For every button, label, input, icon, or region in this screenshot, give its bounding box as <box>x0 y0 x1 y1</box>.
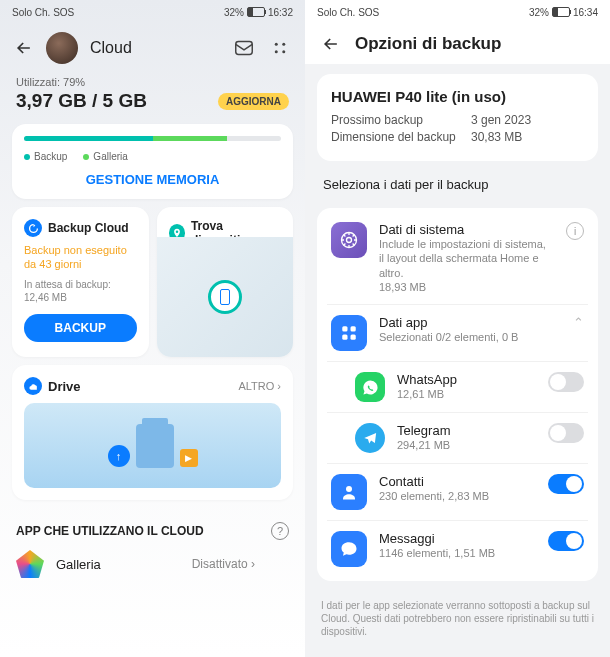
app-name: Galleria <box>56 557 180 572</box>
telegram-icon <box>355 423 385 453</box>
whatsapp-icon <box>355 372 385 402</box>
upload-icon: ↑ <box>108 445 130 467</box>
row-whatsapp[interactable]: WhatsApp 12,61 MB <box>327 361 588 412</box>
avatar[interactable] <box>46 32 78 64</box>
svg-rect-8 <box>351 326 356 331</box>
galleria-icon <box>16 550 44 578</box>
status-bar: Solo Ch. SOS 32% 16:32 <box>0 0 305 24</box>
item-title: WhatsApp <box>397 372 530 387</box>
backup-pending: In attesa di backup: 12,46 MB <box>24 278 137 304</box>
item-title: Telegram <box>397 423 530 438</box>
more-icon[interactable] <box>269 37 291 59</box>
folder-icon <box>136 424 174 468</box>
back-button[interactable] <box>14 38 34 58</box>
drive-more-link[interactable]: ALTRO › <box>238 380 281 392</box>
phone-marker-icon <box>208 280 242 314</box>
svg-rect-9 <box>342 335 347 340</box>
next-backup-label: Prossimo backup <box>331 113 471 127</box>
backup-cloud-card[interactable]: Backup Cloud Backup non eseguito da 43 g… <box>12 207 149 357</box>
battery-icon <box>552 7 570 17</box>
svg-rect-7 <box>342 326 347 331</box>
battery-icon <box>247 7 265 17</box>
toggle-messages[interactable] <box>548 531 584 551</box>
contacts-icon <box>331 474 367 510</box>
cloud-apps-section: ? APP CHE UTILIZZANO IL CLOUD Galleria D… <box>0 508 305 590</box>
row-messages[interactable]: Messaggi 1146 elementi, 1,51 MB <box>327 520 588 577</box>
carrier: Solo Ch. SOS <box>317 7 379 18</box>
toggle-telegram[interactable] <box>548 423 584 443</box>
row-app-data[interactable]: Dati app Selezionati 0/2 elementi, 0 B ⌃ <box>327 304 588 361</box>
play-icon: ▶ <box>180 449 198 467</box>
device-card: HUAWEI P40 lite (in uso) Prossimo backup… <box>317 74 598 161</box>
item-sub: 294,21 MB <box>397 438 530 452</box>
find-device-card[interactable]: Trova dispositivo <box>157 207 294 357</box>
legend-galleria: Galleria <box>83 151 127 162</box>
page-title: Opzioni di backup <box>355 34 501 54</box>
item-sub: 1146 elementi, 1,51 MB <box>379 546 530 560</box>
time: 16:34 <box>573 7 598 18</box>
drive-card[interactable]: Drive ALTRO › ↑ ▶ <box>12 365 293 500</box>
carrier: Solo Ch. SOS <box>12 7 74 18</box>
back-button[interactable] <box>321 34 341 54</box>
messages-icon <box>331 531 367 567</box>
select-data-title: Seleziona i dati per il backup <box>305 171 610 198</box>
backup-items-card: Dati di sistema Include le impostazioni … <box>317 208 598 581</box>
help-icon[interactable]: ? <box>271 522 289 540</box>
battery-pct: 32% <box>224 7 244 18</box>
storage-progress <box>24 136 281 141</box>
page-title: Cloud <box>90 39 221 57</box>
status-bar: Solo Ch. SOS 32% 16:34 <box>305 0 610 24</box>
toggle-whatsapp[interactable] <box>548 372 584 392</box>
drive-title: Drive <box>48 379 81 394</box>
item-title: Dati di sistema <box>379 222 548 237</box>
mail-icon[interactable] <box>233 37 255 59</box>
svg-rect-0 <box>236 42 253 55</box>
time: 16:32 <box>268 7 293 18</box>
item-title: Messaggi <box>379 531 530 546</box>
svg-rect-10 <box>351 335 356 340</box>
info-icon[interactable]: i <box>566 222 584 240</box>
item-sub: Selezionati 0/2 elementi, 0 B <box>379 330 555 344</box>
item-sub: Include le impostazioni di sistema, il l… <box>379 237 548 280</box>
app-row-galleria[interactable]: Galleria Disattivato › <box>0 538 271 590</box>
usage-label: Utilizzati: 79% <box>16 76 289 88</box>
app-status: Disattivato › <box>192 557 255 571</box>
item-size: 18,93 MB <box>379 280 548 294</box>
apps-icon <box>331 315 367 351</box>
svg-point-5 <box>347 238 352 243</box>
header: Opzioni di backup <box>305 24 610 64</box>
row-telegram[interactable]: Telegram 294,21 MB <box>327 412 588 463</box>
row-contacts[interactable]: Contatti 230 elementi, 2,83 MB <box>327 463 588 520</box>
section-title: APP CHE UTILIZZANO IL CLOUD <box>0 508 305 538</box>
battery-pct: 32% <box>529 7 549 18</box>
system-icon <box>331 222 367 258</box>
backup-warning: Backup non eseguito da 43 giorni <box>24 243 137 272</box>
backup-icon <box>24 219 42 237</box>
map-preview <box>157 237 294 357</box>
item-sub: 230 elementi, 2,83 MB <box>379 489 530 503</box>
update-button[interactable]: AGGIORNA <box>218 93 289 110</box>
chevron-up-icon: ⌃ <box>573 315 584 330</box>
toggle-contacts[interactable] <box>548 474 584 494</box>
item-title: Contatti <box>379 474 530 489</box>
manage-storage-link[interactable]: GESTIONE MEMORIA <box>24 172 281 187</box>
backup-size-label: Dimensione del backup <box>331 130 471 144</box>
backup-button[interactable]: BACKUP <box>24 314 137 342</box>
svg-point-11 <box>346 486 352 492</box>
next-backup-value: 3 gen 2023 <box>471 113 531 127</box>
backup-size-value: 30,83 MB <box>471 130 522 144</box>
item-title: Dati app <box>379 315 555 330</box>
svg-point-1 <box>275 43 278 46</box>
drive-icon <box>24 377 42 395</box>
row-system-data[interactable]: Dati di sistema Include le impostazioni … <box>327 212 588 304</box>
footer-note: I dati per le app selezionate verranno s… <box>305 591 610 646</box>
legend-backup: Backup <box>24 151 67 162</box>
drive-illustration: ↑ ▶ <box>24 403 281 488</box>
storage-card: Backup Galleria GESTIONE MEMORIA <box>12 124 293 199</box>
usage-text: 3,97 GB / 5 GB <box>16 90 147 112</box>
backup-title: Backup Cloud <box>48 221 129 235</box>
svg-point-3 <box>275 50 278 53</box>
item-sub: 12,61 MB <box>397 387 530 401</box>
header: Cloud <box>0 24 305 72</box>
device-name: HUAWEI P40 lite (in uso) <box>331 88 584 105</box>
